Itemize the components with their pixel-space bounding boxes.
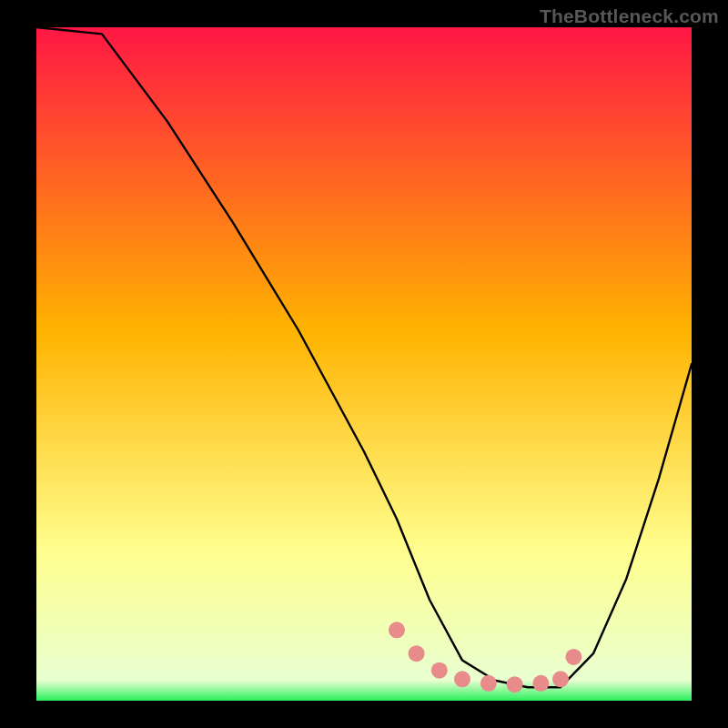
plot-area [36,27,692,701]
trough-marker [454,671,470,687]
trough-marker [507,676,523,693]
watermark-text: TheBottleneck.com [540,5,719,27]
trough-marker [552,671,569,687]
trough-marker [431,662,448,679]
trough-marker [532,675,549,692]
trough-marker [480,675,497,692]
chart-canvas: TheBottleneck.com [0,0,728,728]
trough-marker [389,622,405,638]
trough-marker [565,649,581,665]
chart-svg [0,0,728,728]
trough-marker [409,645,425,662]
